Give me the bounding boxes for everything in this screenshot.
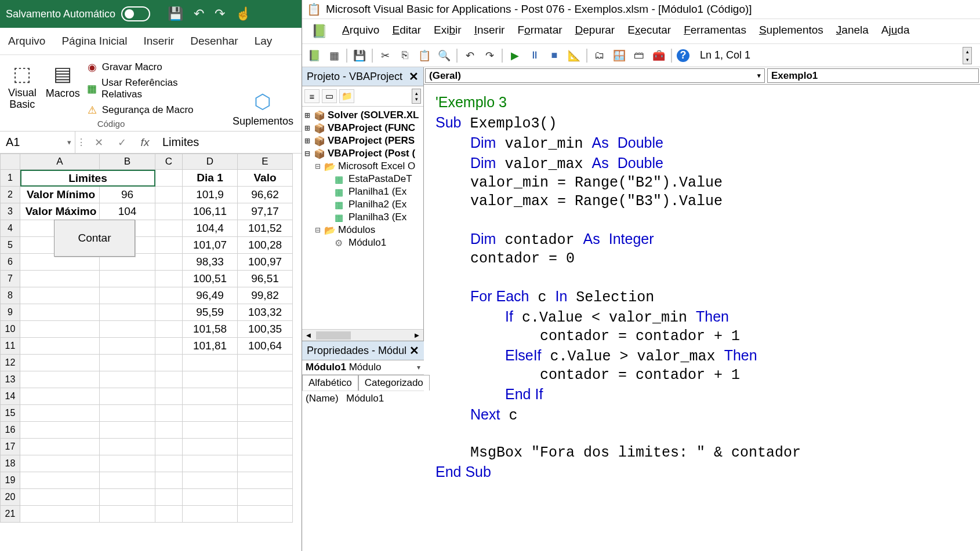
cell-A21[interactable] [20,506,100,523]
seguranca-macro-button[interactable]: ⚠Segurança de Macro [86,104,194,116]
row-header[interactable]: 21 [0,506,20,523]
insert-icon[interactable]: ▦ [326,48,342,63]
cell-B9[interactable] [100,304,155,321]
cell-C17[interactable] [155,439,183,455]
menu-executar[interactable]: Executar [627,24,671,39]
view-object-icon[interactable]: ▭ [322,89,337,103]
object-browser-icon[interactable]: 🗃 [631,48,647,63]
cell-D5[interactable]: 101,07 [183,237,238,254]
fx-icon[interactable]: fx [133,136,157,149]
cell-E10[interactable]: 100,35 [238,321,293,338]
cell-E13[interactable] [238,371,293,388]
tab-layout[interactable]: Lay [253,32,274,50]
cell-C12[interactable] [155,355,183,371]
row-header[interactable]: 5 [0,237,20,254]
row-header[interactable]: 16 [0,422,20,439]
cell-A17[interactable] [20,439,100,455]
cell-B2[interactable]: 96 [100,187,155,203]
cell-C9[interactable] [155,304,183,321]
row-header[interactable]: 2 [0,187,20,203]
menu-ajuda[interactable]: Ajuda [881,24,910,39]
cell-E3[interactable]: 97,17 [238,203,293,220]
cell-C6[interactable] [155,254,183,271]
cell-D11[interactable]: 101,81 [183,338,238,355]
project-tree[interactable]: ⊞📦Solver (SOLVER.XL ⊞📦VBAProject (FUNC ⊞… [302,107,423,329]
row-header[interactable]: 20 [0,489,20,506]
menu-editar[interactable]: Editar [392,24,421,39]
property-row[interactable]: (Name) Módulo1 [302,391,424,406]
cell-C10[interactable] [155,321,183,338]
cell-D21[interactable] [183,506,238,523]
cell-D13[interactable] [183,371,238,388]
cell-C16[interactable] [155,422,183,439]
redo-icon[interactable]: ↷ [215,6,225,21]
break-icon[interactable]: ⏸ [527,48,542,63]
cell-C21[interactable] [155,506,183,523]
cell-E19[interactable] [238,472,293,489]
cell-C20[interactable] [155,489,183,506]
cell-E7[interactable]: 96,51 [238,271,293,287]
cell-C8[interactable] [155,287,183,304]
cell-E5[interactable]: 100,28 [238,237,293,254]
toolbox-icon[interactable]: 🧰 [651,48,666,63]
cell-B21[interactable] [100,506,155,523]
property-value[interactable]: Módulo1 [346,393,384,404]
cell-B10[interactable] [100,321,155,338]
cell-E11[interactable]: 100,64 [238,338,293,355]
cell-B20[interactable] [100,489,155,506]
object-dropdown[interactable]: (Geral)▾ [425,68,765,83]
cell-B17[interactable] [100,439,155,455]
cell-A8[interactable] [20,287,100,304]
suplementos-button[interactable]: ⬡ Suplementos [229,89,297,129]
cell-B7[interactable] [100,271,155,287]
cell-D17[interactable] [183,439,238,455]
cell-E14[interactable] [238,388,293,405]
cell-C5[interactable] [155,237,183,254]
name-box[interactable]: A1▾ [0,132,75,153]
menu-inserir[interactable]: Inserir [474,24,505,39]
col-header-c[interactable]: C [155,154,183,170]
row-header[interactable]: 14 [0,388,20,405]
row-header[interactable]: 18 [0,455,20,472]
cell-A10[interactable] [20,321,100,338]
cell-E21[interactable] [238,506,293,523]
cell-D3[interactable]: 106,11 [183,203,238,220]
view-excel-icon[interactable]: 📗 [307,48,322,63]
cell-A19[interactable] [20,472,100,489]
cell-C15[interactable] [155,405,183,422]
cell-D2[interactable]: 101,9 [183,187,238,203]
cell-C18[interactable] [155,455,183,472]
menu-janela[interactable]: Janela [836,24,869,39]
undo-icon[interactable]: ↶ [194,6,204,21]
cell-E18[interactable] [238,455,293,472]
cell-A14[interactable] [20,388,100,405]
cancel-icon[interactable]: ✕ [87,136,110,149]
cell-D10[interactable]: 101,58 [183,321,238,338]
cell-D20[interactable] [183,489,238,506]
cell-E8[interactable]: 99,82 [238,287,293,304]
dropdown-icon[interactable]: ▾ [67,138,71,147]
help-icon[interactable]: ? [677,49,689,62]
row-header[interactable]: 17 [0,439,20,455]
cell-D18[interactable] [183,455,238,472]
cell-B18[interactable] [100,455,155,472]
tab-pagina-inicial[interactable]: Página Inicial [60,32,128,50]
cell-C3[interactable] [155,203,183,220]
cell-D15[interactable] [183,405,238,422]
cell-B3[interactable]: 104 [100,203,155,220]
cell-C19[interactable] [155,472,183,489]
cell-B13[interactable] [100,371,155,388]
cell-B16[interactable] [100,422,155,439]
worksheet[interactable]: A B C D E 1LimitesDia 1Valo2Valor Mínimo… [0,154,302,523]
autosave-toggle[interactable] [121,6,150,21]
cell-E4[interactable]: 101,52 [238,220,293,237]
tab-inserir[interactable]: Inserir [142,32,175,50]
macros-button[interactable]: ▤ Macros [42,61,84,116]
col-header-d[interactable]: D [183,154,238,170]
cell-E20[interactable] [238,489,293,506]
col-header-e[interactable]: E [238,154,293,170]
redo-icon[interactable]: ↷ [482,48,497,63]
tab-alfabetico[interactable]: Alfabético [302,375,358,391]
properties-object-selector[interactable]: Módulo1 Módulo ▾ [302,360,424,375]
cell-D12[interactable] [183,355,238,371]
